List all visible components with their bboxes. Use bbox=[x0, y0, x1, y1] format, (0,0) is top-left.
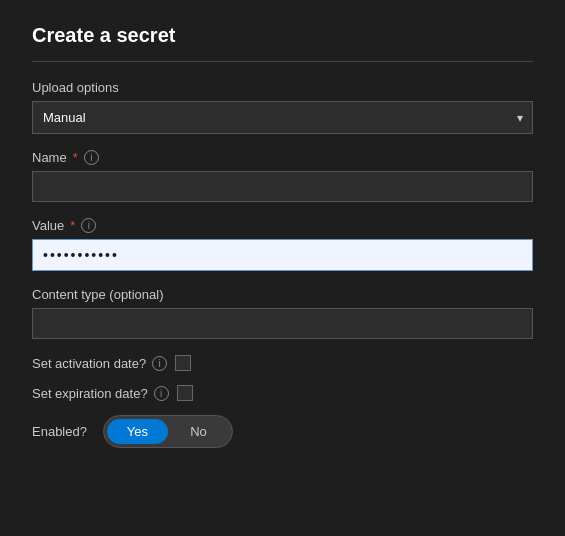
value-input[interactable] bbox=[32, 239, 533, 271]
upload-options-wrapper: Manual Certificate SDK ▾ bbox=[32, 101, 533, 134]
expiration-date-info-icon[interactable]: i bbox=[154, 386, 169, 401]
activation-date-row: Set activation date? i bbox=[32, 355, 533, 371]
value-label: Value * i bbox=[32, 218, 533, 233]
value-section: Value * i bbox=[32, 218, 533, 271]
value-required-star: * bbox=[70, 218, 75, 233]
name-required-star: * bbox=[73, 150, 78, 165]
enabled-yes-option[interactable]: Yes bbox=[107, 419, 168, 444]
enabled-label: Enabled? bbox=[32, 424, 87, 439]
upload-options-select[interactable]: Manual Certificate SDK bbox=[32, 101, 533, 134]
name-input[interactable] bbox=[32, 171, 533, 202]
name-info-icon[interactable]: i bbox=[84, 150, 99, 165]
upload-options-label: Upload options bbox=[32, 80, 533, 95]
enabled-toggle[interactable]: Yes No bbox=[103, 415, 233, 448]
activation-date-label: Set activation date? i bbox=[32, 356, 167, 371]
create-secret-panel: Create a secret Upload options Manual Ce… bbox=[0, 0, 565, 536]
expiration-date-label: Set expiration date? i bbox=[32, 386, 169, 401]
expiration-date-row: Set expiration date? i bbox=[32, 385, 533, 401]
content-type-input[interactable] bbox=[32, 308, 533, 339]
activation-date-info-icon[interactable]: i bbox=[152, 356, 167, 371]
enabled-no-option[interactable]: No bbox=[168, 419, 229, 444]
page-title: Create a secret bbox=[32, 24, 533, 62]
enabled-row: Enabled? Yes No bbox=[32, 415, 533, 448]
content-type-section: Content type (optional) bbox=[32, 287, 533, 339]
activation-date-checkbox[interactable] bbox=[175, 355, 191, 371]
name-section: Name * i bbox=[32, 150, 533, 202]
value-info-icon[interactable]: i bbox=[81, 218, 96, 233]
upload-options-section: Upload options Manual Certificate SDK ▾ bbox=[32, 80, 533, 134]
content-type-label: Content type (optional) bbox=[32, 287, 533, 302]
name-label: Name * i bbox=[32, 150, 533, 165]
expiration-date-checkbox[interactable] bbox=[177, 385, 193, 401]
